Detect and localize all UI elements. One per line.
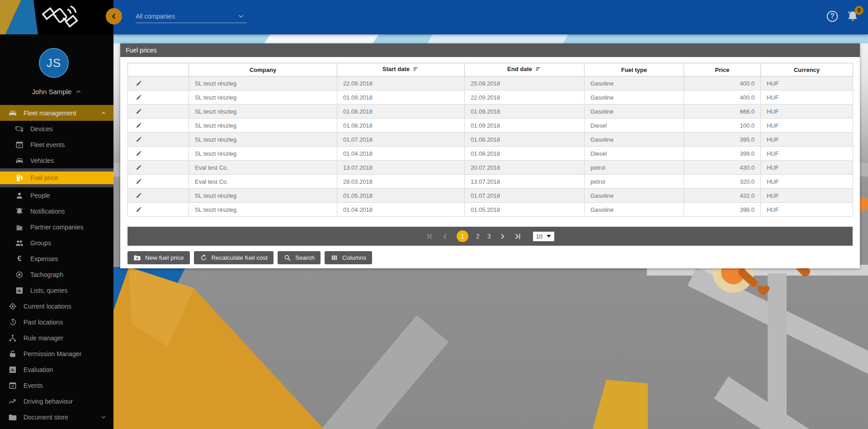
sidebar-item-permission-manager[interactable]: Permission Manager [0, 346, 113, 362]
page-size-value: 10 [536, 233, 542, 240]
sidebar-item-current-locations[interactable]: Current locations [0, 298, 113, 314]
chevron-up-icon [75, 89, 81, 95]
sidebar-item-label: Tachograph [30, 271, 63, 278]
cell-end_date: 01.07.2018 [465, 189, 585, 203]
devices-icon [15, 124, 24, 133]
page-button[interactable]: 2 [476, 233, 480, 240]
sidebar-collapse-button[interactable] [106, 8, 122, 24]
sidebar-item-label: Permission Manager [24, 350, 81, 358]
sidebar-item-label: Devices [30, 125, 53, 133]
sidebar-item-fuel-price[interactable]: Fuel price [0, 168, 113, 187]
button-label: Search [295, 254, 315, 261]
table-header-row: CompanyStart dateEnd dateFuel typePriceC… [128, 63, 853, 76]
table-row: SL teszt részleg22.09.201825.09.2018Gaso… [128, 76, 853, 91]
edit-row-button[interactable] [135, 94, 142, 101]
edit-row-button[interactable] [135, 80, 142, 87]
cell-fuel_type: Diesel [585, 119, 684, 133]
heart-icon [755, 282, 772, 298]
sidebar-item-events[interactable]: Events [0, 377, 113, 393]
trend-icon [8, 397, 17, 406]
column-header-start_date[interactable]: Start date [337, 63, 465, 76]
sidebar-item-expenses[interactable]: €Expenses [0, 251, 113, 267]
cell-fuel_type: Gasoline [585, 91, 684, 105]
last-page-button[interactable] [514, 233, 522, 240]
sidebar-item-devices[interactable]: Devices [0, 121, 113, 137]
cell-edit [128, 147, 189, 161]
sidebar-item-label: Document store [24, 414, 68, 421]
cell-edit [128, 105, 189, 119]
columns-icon [330, 254, 338, 262]
help-icon: ? [826, 10, 839, 23]
sidebar-item-tachograph[interactable]: Tachograph [0, 267, 113, 282]
sidebar-item-groups[interactable]: Groups [0, 235, 113, 251]
sort-icon [535, 66, 542, 74]
user-menu[interactable]: John Sample [0, 86, 113, 96]
columns-button[interactable]: Columns [325, 251, 372, 264]
cell-fuel_type: Gasoline [585, 76, 684, 91]
edit-row-button[interactable] [135, 178, 142, 185]
sidebar-item-document-store[interactable]: Document store [0, 409, 113, 425]
sidebar-item-label: Evaluation [24, 366, 53, 373]
next-page-button[interactable] [499, 233, 506, 240]
sidebar-item-label: Fleet management [24, 110, 76, 117]
sidebar-item-driving-behaviour[interactable]: Driving behaviour [0, 393, 113, 409]
recalculate-fuel-cost-button[interactable]: Recalculate fuel cost [194, 251, 274, 264]
action-buttons: New fuel priceRecalculate fuel costSearc… [127, 251, 372, 264]
sidebar-menu: Fleet managementDevicesFleet eventsVehic… [0, 105, 113, 425]
cell-end_date: 22.09.2018 [465, 91, 585, 105]
pencil-icon [135, 94, 142, 101]
sidebar-item-lists-queries[interactable]: Lists, queries [0, 282, 113, 298]
cell-price: 430.0 [684, 161, 761, 175]
help-button[interactable]: ? [826, 10, 839, 23]
cell-fuel_type: petrol [585, 161, 684, 175]
sidebar-item-notifications[interactable]: Notifications [0, 203, 113, 219]
sidebar: JS John Sample Fleet managementDevicesFl… [0, 0, 113, 429]
sidebar-item-label: Past locations [24, 319, 63, 326]
cell-start_date: 01.05.2018 [337, 189, 465, 203]
folder-plus-icon [133, 254, 141, 262]
edit-row-button[interactable] [135, 136, 142, 143]
sidebar-item-evaluation[interactable]: Evaluation [0, 362, 113, 377]
table-row: SL teszt részleg01.04.201801.08.2018Dies… [128, 147, 853, 161]
first-page-button[interactable] [426, 233, 434, 240]
sidebar-item-rule-manager[interactable]: Rule manager [0, 330, 113, 346]
company-select[interactable]: All companies [136, 10, 247, 23]
edit-row-button[interactable] [135, 108, 142, 115]
tachograph-icon [15, 270, 24, 279]
table-body: SL teszt részleg22.09.201825.09.2018Gaso… [128, 76, 853, 217]
pencil-icon [135, 108, 142, 115]
column-header-end_date[interactable]: End date [465, 63, 585, 76]
edit-row-button[interactable] [135, 206, 142, 213]
sidebar-item-fleet-management[interactable]: Fleet management [0, 105, 113, 121]
avatar-initials: JS [47, 56, 61, 70]
edit-row-button[interactable] [135, 192, 142, 199]
chevron-left-icon [110, 13, 118, 20]
page-size-select[interactable]: 10 [533, 232, 554, 241]
prev-page-button[interactable] [441, 233, 449, 240]
sidebar-item-label: Vehicles [30, 157, 54, 164]
search-button[interactable]: Search [278, 251, 321, 264]
page-button[interactable]: 3 [487, 233, 491, 240]
sidebar-item-partner-companies[interactable]: Partner companies [0, 219, 113, 235]
cell-end_date: 20.07.2018 [465, 161, 585, 175]
sidebar-item-vehicles[interactable]: Vehicles [0, 153, 113, 168]
cell-currency: HUF [761, 175, 853, 189]
cell-end_date: 25.09.2018 [465, 76, 585, 91]
cell-end_date: 01.08.2018 [465, 147, 585, 161]
cell-price: 400.0 [684, 91, 761, 105]
cell-currency: HUF [761, 133, 853, 147]
edit-row-button[interactable] [135, 150, 142, 157]
page-button-current[interactable]: 1 [457, 230, 468, 242]
cell-fuel_type: Gasoline [585, 189, 684, 203]
sidebar-item-label: Fleet events [30, 141, 65, 148]
pencil-icon [135, 122, 142, 129]
refresh-icon [200, 254, 208, 262]
edit-row-button[interactable] [135, 164, 142, 171]
sidebar-item-fleet-events[interactable]: Fleet events [0, 137, 113, 153]
new-fuel-price-button[interactable]: New fuel price [127, 251, 190, 264]
notifications-button[interactable]: 0 [846, 10, 859, 23]
sidebar-item-past-locations[interactable]: Past locations [0, 314, 113, 330]
edit-row-button[interactable] [135, 122, 142, 129]
sidebar-item-people[interactable]: People [0, 187, 113, 203]
notifications-badge: 0 [854, 6, 863, 15]
